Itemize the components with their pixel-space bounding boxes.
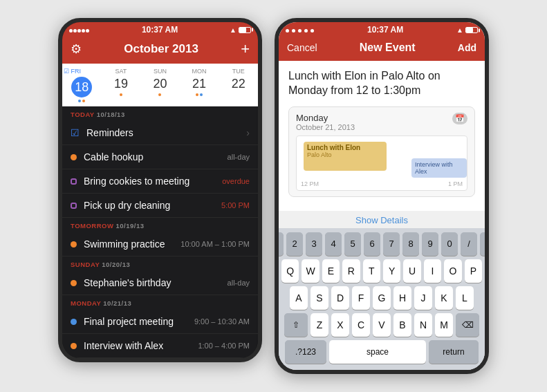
status-bar-right: 10:37 AM ▲	[279, 22, 485, 37]
key-f[interactable]: F	[352, 286, 370, 310]
space-key[interactable]: space	[329, 340, 426, 364]
event-final-meeting[interactable]: Final project meeting 9:00 – 10:30 AM	[62, 310, 258, 334]
shift-key[interactable]: ⇧	[284, 313, 308, 337]
key-6[interactable]: 6	[364, 232, 380, 256]
event-cookies[interactable]: Bring cookies to meeting overdue	[62, 169, 258, 194]
event-swimming[interactable]: Swimming practice 10:00 AM – 1:00 PM	[62, 232, 258, 256]
event-time-swimming: 10:00 AM – 1:00 PM	[180, 240, 250, 248]
event-name-final: Final project meeting	[84, 316, 194, 327]
day-fri[interactable]: ☑ FRI 18	[62, 64, 102, 106]
key-y[interactable]: Y	[383, 259, 400, 283]
dot-purple-2	[71, 203, 77, 209]
day-sat[interactable]: SAT 19	[102, 64, 141, 106]
event-time-cable: all-day	[228, 153, 250, 161]
monday-date: 10/21/13	[103, 299, 131, 307]
time-right: 10:37 AM	[367, 25, 403, 35]
event-drycleaning[interactable]: Pick up dry cleaning 5:00 PM	[62, 194, 258, 218]
calendar-icon: 📅	[455, 114, 465, 123]
key-b[interactable]: B	[393, 313, 411, 337]
events-list: TODAY 10/18/13 ☑ Reminders › Cable hooku…	[62, 106, 258, 358]
key-u[interactable]: U	[403, 259, 420, 283]
key-1[interactable]: 1	[275, 232, 284, 256]
key-2[interactable]: 2	[286, 232, 303, 256]
key-3[interactable]: 3	[306, 232, 322, 256]
interview-event-block[interactable]: Interview with Alex	[411, 158, 467, 178]
key-s[interactable]: S	[310, 286, 328, 310]
add-event-button[interactable]: +	[241, 40, 250, 58]
show-details-link[interactable]: Show Details	[279, 211, 485, 228]
key-v[interactable]: V	[373, 313, 391, 337]
key-r[interactable]: R	[342, 259, 360, 283]
gear-icon[interactable]: ⚙	[71, 41, 82, 57]
event-birthday[interactable]: Stephanie's birthday all-day	[62, 271, 258, 295]
key-o[interactable]: O	[444, 259, 461, 283]
left-phone: 10:37 AM ▲ ⚙ October 2013 + ☑ FRI 18 SAT	[58, 18, 262, 362]
key-9[interactable]: 9	[422, 232, 438, 256]
key-e[interactable]: E	[322, 259, 340, 283]
event-title-text: Lunch with Elon in Palo Alto on Monday f…	[288, 69, 475, 98]
key-g[interactable]: G	[373, 286, 391, 310]
signal-dots	[69, 26, 90, 34]
status-bar-left: 10:37 AM ▲	[62, 22, 258, 37]
event-cable-hookup[interactable]: Cable hookup all-day	[62, 145, 258, 169]
event-interview[interactable]: Interview with Alex 1:00 – 4:00 PM	[62, 334, 258, 358]
key-8[interactable]: 8	[402, 232, 419, 256]
day-mon[interactable]: MON 21	[180, 64, 219, 106]
event-name-interview: Interview with Alex	[84, 340, 198, 351]
return-key[interactable]: return	[429, 340, 479, 364]
reminders-label: Reminders	[86, 127, 246, 138]
key-i[interactable]: I	[424, 259, 441, 283]
calendar-day: Monday	[296, 113, 355, 123]
key-w[interactable]: W	[302, 259, 319, 283]
key-z[interactable]: Z	[310, 313, 328, 337]
key-n[interactable]: N	[414, 313, 432, 337]
key-j[interactable]: J	[414, 286, 432, 310]
key-p[interactable]: P	[465, 259, 482, 283]
day-name-sat: SAT	[103, 68, 140, 75]
key-k[interactable]: K	[435, 286, 453, 310]
key-4[interactable]: 4	[325, 232, 342, 256]
key-a[interactable]: A	[290, 286, 308, 310]
lunch-location: Palo Alto	[307, 151, 383, 158]
battery-icon-left	[239, 27, 251, 33]
sunday-date: 10/20/13	[102, 261, 130, 268]
event-time-interview: 1:00 – 4:00 PM	[198, 342, 250, 350]
day-name-fri: ☑ FRI	[64, 68, 100, 75]
today-date: 10/18/13	[97, 111, 125, 118]
key-5[interactable]: 5	[344, 232, 361, 256]
bottom-row: .?123 space return	[281, 340, 482, 364]
calendar-toggle[interactable]: 📅	[452, 113, 467, 124]
dot-orange-interview	[71, 343, 77, 349]
delete-key[interactable]: ⌫	[456, 313, 479, 337]
keyboard: 1 2 3 4 5 6 7 8 9 0 / : Q W E R T Y	[279, 228, 485, 370]
dot-orange-swim	[71, 241, 77, 248]
key-7[interactable]: 7	[383, 232, 400, 256]
reminders-row[interactable]: ☑ Reminders ›	[62, 121, 258, 145]
dot-purple-1	[71, 178, 77, 185]
key-c[interactable]: C	[352, 313, 370, 337]
key-colon[interactable]: :	[480, 232, 489, 256]
battery-right: ▲	[456, 26, 478, 34]
key-q[interactable]: Q	[281, 259, 299, 283]
key-slash[interactable]: /	[461, 232, 477, 256]
key-0[interactable]: 0	[441, 232, 458, 256]
dot-blue-meeting	[71, 319, 77, 325]
key-m[interactable]: M	[435, 313, 453, 337]
time-label-end: 1 PM	[448, 180, 463, 187]
event-name-cookies: Bring cookies to meeting	[84, 176, 222, 187]
new-event-title: New Event	[360, 41, 416, 54]
cancel-button[interactable]: Cancel	[287, 42, 317, 53]
key-l[interactable]: L	[456, 286, 474, 310]
key-x[interactable]: X	[331, 313, 349, 337]
calendar-date: October 21, 2013	[296, 123, 355, 131]
key-t[interactable]: T	[363, 259, 380, 283]
key-h[interactable]: H	[393, 286, 411, 310]
add-button[interactable]: Add	[458, 42, 476, 53]
day-sun[interactable]: SUN 20	[140, 64, 180, 106]
day-tue[interactable]: TUE 22	[219, 64, 258, 106]
key-d[interactable]: D	[331, 286, 349, 310]
dot-orange	[71, 154, 77, 160]
zxcv-row: ⇧ Z X C V B N M ⌫	[281, 313, 482, 337]
lunch-event-block[interactable]: Lunch with Elon Palo Alto	[304, 142, 387, 171]
symbols-key[interactable]: .?123	[285, 340, 326, 364]
